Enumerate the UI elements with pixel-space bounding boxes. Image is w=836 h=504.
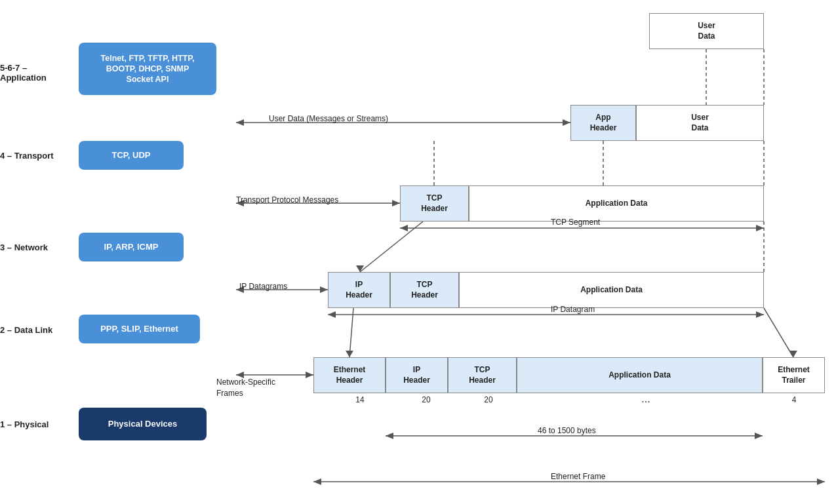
layer-transport: 4 – Transport: [0, 151, 66, 161]
layer-network: 3 – Network: [0, 242, 66, 252]
svg-marker-8: [346, 351, 353, 357]
svg-marker-31: [755, 433, 763, 439]
svg-marker-5: [356, 265, 364, 272]
layer-datalink: 2 – Data Link: [0, 325, 66, 335]
bytes-range-label: 46 to 1500 bytes: [538, 426, 596, 435]
ip-app-data-box: Application Data: [459, 272, 764, 308]
ip-datagram-arrow-label: IP Datagrams: [239, 282, 287, 291]
physical-proto-box: Physical Devices: [79, 408, 207, 440]
svg-marker-25: [756, 225, 764, 231]
byte-14: 14: [344, 395, 376, 404]
svg-marker-28: [756, 311, 764, 318]
svg-marker-27: [328, 311, 336, 318]
tcp-app-data-box: Application Data: [469, 185, 764, 222]
byte-20-ip: 20: [410, 395, 443, 404]
tcp-segment-label: TCP Segment: [551, 218, 600, 227]
svg-line-7: [349, 308, 353, 357]
byte-4: 4: [784, 395, 804, 404]
network-proto-box: IP, ARP, ICMP: [79, 233, 184, 262]
ethernet-frame-label: Ethernet Frame: [551, 472, 605, 481]
svg-marker-22: [306, 372, 313, 378]
svg-marker-34: [817, 478, 825, 485]
layer-physical: 1 – Physical: [0, 419, 66, 429]
layer-app: 5-6-7 – Application: [0, 63, 66, 83]
svg-marker-33: [313, 478, 321, 485]
byte-20-tcp: 20: [472, 395, 505, 404]
svg-marker-19: [320, 286, 328, 293]
transport-proto-box: TCP, UDP: [79, 141, 184, 170]
svg-marker-24: [400, 225, 408, 231]
transport-msg-arrow-label: Transport Protocol Messages: [236, 195, 338, 204]
eth-tcp-header-box: TCPHeader: [448, 357, 517, 393]
network-frames-arrow-label: Network-Specific Frames: [216, 366, 275, 398]
svg-line-9: [764, 308, 793, 357]
tcp-header-box: TCPHeader: [400, 185, 469, 222]
svg-marker-13: [563, 119, 570, 126]
app-proto-box: Telnet, FTP, TFTP, HTTP, BOOTP, DHCP, SN…: [79, 43, 216, 95]
diagram-container: 5-6-7 – Application 4 – Transport 3 – Ne…: [0, 0, 836, 504]
svg-marker-30: [386, 433, 393, 439]
datalink-proto-box: PPP, SLIP, Ethernet: [79, 315, 200, 343]
byte-dots: ...: [629, 393, 662, 405]
eth-trailer-box: EthernetTrailer: [763, 357, 825, 393]
ip-header-box: IPHeader: [328, 272, 390, 308]
ip-tcp-header-box: TCPHeader: [390, 272, 459, 308]
user-data-arrow-label: User Data (Messages or Streams): [269, 114, 388, 123]
svg-marker-16: [392, 200, 400, 206]
ip-datagram-label: IP Datagram: [551, 305, 595, 314]
svg-marker-12: [236, 119, 244, 126]
user-data-box: UserData: [649, 13, 764, 49]
eth-header-box: EthernetHeader: [313, 357, 386, 393]
eth-ip-header-box: IPHeader: [386, 357, 448, 393]
svg-line-4: [360, 222, 423, 272]
app-user-data-box: UserData: [636, 105, 764, 141]
app-header-box: AppHeader: [570, 105, 636, 141]
eth-app-data-box: Application Data: [517, 357, 763, 393]
svg-marker-10: [789, 351, 797, 357]
